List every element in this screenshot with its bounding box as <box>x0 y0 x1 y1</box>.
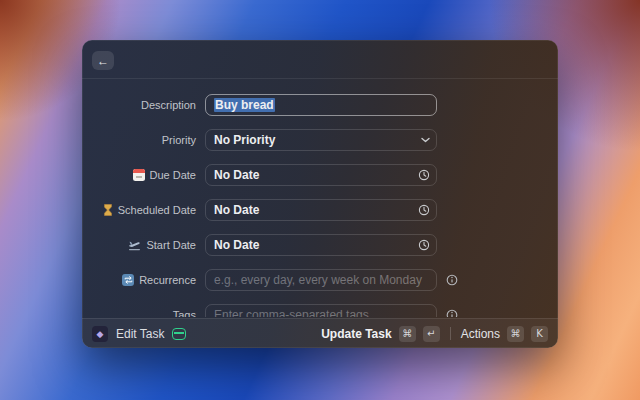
return-keycap: ↵ <box>423 326 440 342</box>
form-row-start-date: Start Date No Date <box>82 234 558 256</box>
selected-text: Buy bread <box>214 98 275 112</box>
form-row-recurrence: Recurrence e.g., every day, every week o… <box>82 269 558 291</box>
scheduled-date-label: Scheduled Date <box>118 204 196 216</box>
scheduled-date-value: No Date <box>214 203 259 217</box>
form-row-tags: Tags Enter comma-separated tags <box>82 304 558 317</box>
priority-value: No Priority <box>214 133 275 147</box>
edit-task-window: ← Description Buy bread Priority No Prio… <box>82 40 558 348</box>
start-date-picker[interactable]: No Date <box>205 234 437 256</box>
extension-icon: ◆ <box>92 326 108 342</box>
form-row-description: Description Buy bread <box>82 94 558 116</box>
due-date-picker[interactable]: No Date <box>205 164 437 186</box>
tags-label: Tags <box>82 309 205 317</box>
due-date-label: Due Date <box>150 169 196 181</box>
form-row-priority: Priority No Priority <box>82 129 558 151</box>
info-icon[interactable] <box>446 274 458 286</box>
recurrence-label: Recurrence <box>139 274 196 286</box>
priority-select[interactable]: No Priority <box>205 129 437 151</box>
back-arrow-icon: ← <box>97 54 109 68</box>
start-date-value: No Date <box>214 238 259 252</box>
action-bar: ◆ Edit Task Update Task ⌘ ↵ Actions ⌘ K <box>82 318 558 348</box>
recurrence-input[interactable]: e.g., every day, every week on Monday <box>205 269 437 291</box>
description-input[interactable]: Buy bread <box>205 94 437 116</box>
clock-icon <box>418 204 430 216</box>
recurrence-placeholder: e.g., every day, every week on Monday <box>214 273 422 287</box>
tags-placeholder: Enter comma-separated tags <box>214 308 369 317</box>
cmd-keycap: ⌘ <box>507 326 524 342</box>
cmd-keycap: ⌘ <box>399 326 416 342</box>
priority-label: Priority <box>82 134 205 146</box>
hourglass-icon <box>103 204 113 216</box>
actions-button[interactable]: Actions <box>461 327 500 341</box>
info-icon[interactable] <box>446 309 458 317</box>
chevron-down-icon <box>421 137 430 143</box>
form-row-due-date: Due Date No Date <box>82 164 558 186</box>
tags-input[interactable]: Enter comma-separated tags <box>205 304 437 317</box>
due-date-value: No Date <box>214 168 259 182</box>
update-task-button[interactable]: Update Task <box>321 327 391 341</box>
description-label: Description <box>82 99 205 111</box>
clock-icon <box>418 239 430 251</box>
back-button[interactable]: ← <box>92 51 114 70</box>
status-card-icon <box>172 328 186 340</box>
repeat-icon <box>122 274 134 286</box>
form-row-scheduled-date: Scheduled Date No Date <box>82 199 558 221</box>
start-date-label: Start Date <box>146 239 196 251</box>
footer-divider <box>450 327 451 340</box>
command-name: Edit Task <box>116 327 164 341</box>
scheduled-date-picker[interactable]: No Date <box>205 199 437 221</box>
window-header: ← <box>82 40 558 79</box>
k-keycap: K <box>531 326 548 342</box>
calendar-icon <box>133 169 145 181</box>
airplane-departure-icon <box>128 240 141 251</box>
clock-icon <box>418 169 430 181</box>
form-content: Description Buy bread Priority No Priori… <box>82 79 558 317</box>
